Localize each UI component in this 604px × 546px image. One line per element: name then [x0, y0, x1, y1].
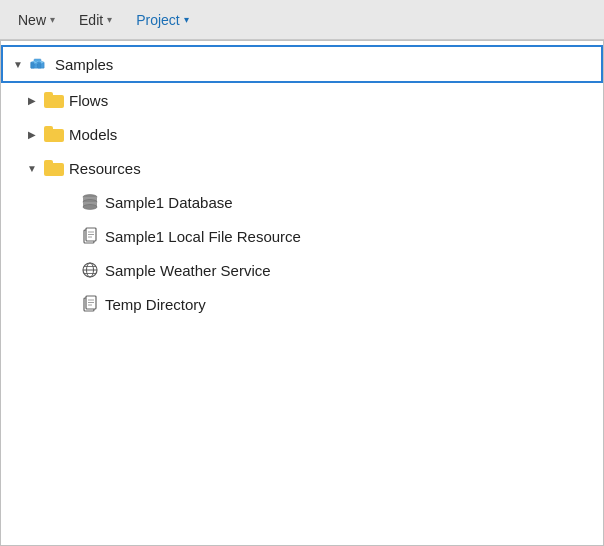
tree-item-resources[interactable]: Resources: [1, 151, 603, 185]
flows-arrow: [25, 95, 39, 106]
samples-arrow: [11, 59, 25, 70]
tree-item-samples[interactable]: Samples: [1, 45, 603, 83]
tree-item-local-file[interactable]: Sample1 Local File Resource: [1, 219, 603, 253]
file-copy-icon-1: [79, 225, 101, 247]
resources-label: Resources: [69, 160, 141, 177]
models-label: Models: [69, 126, 117, 143]
project-label: Project: [136, 12, 180, 28]
resources-children: Sample1 Database Sample1 Loc: [1, 185, 603, 321]
project-chevron: ▾: [184, 14, 189, 25]
database-icon: [79, 191, 101, 213]
project-tree: Samples Flows Models: [1, 41, 603, 325]
new-label: New: [18, 12, 46, 28]
project-panel: Samples Flows Models: [0, 40, 604, 546]
new-button[interactable]: New ▾: [8, 8, 65, 32]
models-arrow: [25, 129, 39, 140]
svg-point-12: [83, 205, 97, 210]
new-chevron: ▾: [50, 14, 55, 25]
folder-icon-resources: [43, 157, 65, 179]
folder-icon-models: [43, 123, 65, 145]
svg-marker-6: [38, 62, 41, 68]
weather-label: Sample Weather Service: [105, 262, 271, 279]
file-copy-icon-2: [79, 293, 101, 315]
project-button[interactable]: Project ▾: [126, 8, 199, 32]
edit-button[interactable]: Edit ▾: [69, 8, 122, 32]
svg-marker-7: [31, 62, 34, 68]
local-file-label: Sample1 Local File Resource: [105, 228, 301, 245]
edit-label: Edit: [79, 12, 103, 28]
database-label: Sample1 Database: [105, 194, 233, 211]
edit-chevron: ▾: [107, 14, 112, 25]
cubes-icon: [29, 53, 51, 75]
samples-children: Flows Models Resources: [1, 83, 603, 321]
flows-label: Flows: [69, 92, 108, 109]
tree-item-database[interactable]: Sample1 Database: [1, 185, 603, 219]
tree-item-flows[interactable]: Flows: [1, 83, 603, 117]
tree-item-temp-dir[interactable]: Temp Directory: [1, 287, 603, 321]
toolbar: New ▾ Edit ▾ Project ▾: [0, 0, 604, 40]
tree-item-models[interactable]: Models: [1, 117, 603, 151]
temp-dir-label: Temp Directory: [105, 296, 206, 313]
folder-icon-flows: [43, 89, 65, 111]
tree-item-weather[interactable]: Sample Weather Service: [1, 253, 603, 287]
globe-icon: [79, 259, 101, 281]
samples-label: Samples: [55, 56, 113, 73]
resources-arrow: [25, 163, 39, 174]
